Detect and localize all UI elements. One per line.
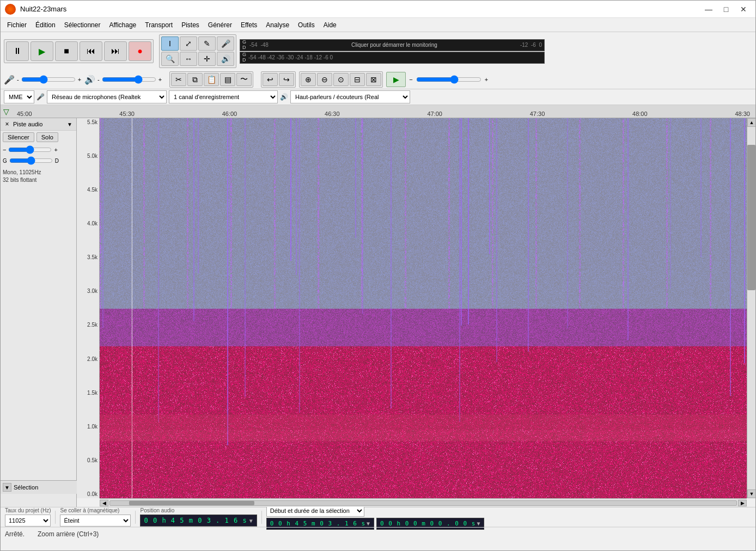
copy-button[interactable]: ⧉ [187,73,203,86]
timeline-arrow[interactable]: ▽ [1,105,11,118]
zoom-sel-button[interactable]: ⊙ [333,73,349,86]
speaker-vol-minus: - [97,76,100,83]
menu-generer[interactable]: Générer [204,19,236,31]
mic-device-select[interactable]: Réseau de microphones (Realtek [47,90,167,103]
time-mark-1: 45:00 [17,111,32,118]
paste-button[interactable]: 📋 [204,73,219,86]
zoom-tools: ⊕ ⊖ ⊙ ⊟ ⊠ [299,71,383,88]
skip-back-button[interactable]: ⏮ [80,41,102,61]
v-scroll-down-button[interactable]: ▼ [747,489,755,498]
mic-volume-slider[interactable] [21,76,76,83]
pause-button[interactable]: ⏸ [6,41,29,61]
cut-button[interactable]: ✂ [171,73,186,86]
snap-select[interactable]: Éteint [60,515,131,526]
meter-top[interactable]: G D -54 -48 Cliquer pour démarrer le mon… [240,39,545,51]
sel-start-dropdown-icon[interactable]: ▼ [367,521,370,526]
skip-back-icon: ⏮ [87,46,95,56]
meter-section: G D -54 -48 Cliquer pour démarrer le mon… [240,39,545,64]
skip-fwd-button[interactable]: ⏭ [104,41,127,61]
record-tool-button[interactable]: 🎤 [217,36,234,51]
zoom-sel-icon: ⊙ [338,75,344,84]
freq-45k: 4.5k [77,187,99,193]
freq-40k: 4.0k [77,221,99,226]
speaker-device-select[interactable]: Haut-parleurs / écouteurs (Real [290,90,410,103]
menu-outils[interactable]: Outils [294,19,319,31]
vol-plus: + [54,146,57,153]
redo-button[interactable]: ↪ [279,73,294,86]
audio-pos-dropdown-icon[interactable]: ▼ [249,518,253,524]
menu-edition[interactable]: Édition [31,19,60,31]
zoom-fit-icon: ⊟ [354,75,361,84]
track-volume-slider[interactable] [8,146,52,154]
cut-icon: ✂ [175,75,182,84]
track-name: Piste audio [13,121,64,127]
zoom-tool-button[interactable]: 🔍 [161,52,179,66]
freq-55k: 5.5k [77,119,99,125]
undo-icon: ↩ [267,75,273,84]
h-scrollbar-thumb[interactable] [129,501,254,505]
multitrack-tool-button[interactable]: ⤢ [180,36,197,51]
mic-icon: 🎤 [221,39,230,48]
menu-fichier[interactable]: Fichier [3,19,31,31]
track-close-button[interactable]: × [3,120,11,128]
minimize-button[interactable]: — [701,4,716,15]
audio-pos-value: 0 0 h 4 5 m 0 3 . 1 6 s [144,517,247,524]
volume-row: − + [3,146,74,154]
speaker-volume-slider[interactable] [102,76,156,83]
meter-bottom[interactable]: G D -54 -48 -42 -36 -30 -24 -18 -12 -6 0 [240,52,545,64]
mic-vol-icon: 🎤 [4,75,15,85]
menu-affichage[interactable]: Affichage [105,19,141,31]
close-button[interactable]: ✕ [736,4,751,15]
select-tool-button[interactable]: I [161,36,179,51]
sel-duration-dropdown-icon[interactable]: ▼ [477,521,480,526]
project-rate-select[interactable]: 11025 44100 48000 [5,515,51,526]
mute-button[interactable]: Silencer [3,132,34,142]
silence-button[interactable]: ▤ [220,73,235,86]
v-scroll-up-button[interactable]: ▲ [747,118,755,127]
play-button[interactable]: ▶ [31,41,53,61]
v-scrollbar-thumb[interactable] [747,145,755,290]
toolbar-row2: 🎤 - + 🔊 - + ✂ ⧉ 📋 ▤ 〜 ↩ ↪ ⊕ ⊖ [1,70,755,89]
project-rate-section: Taux du projet (Hz) 11025 44100 48000 [5,507,51,526]
audio-position-display[interactable]: 0 0 h 4 5 m 0 3 . 1 6 s ▼ [140,515,257,526]
stop-button[interactable]: ■ [55,41,78,61]
zoom-in-button[interactable]: ⊕ [301,73,316,86]
track-dropdown-button[interactable]: ▼ [65,120,74,128]
channels-select[interactable]: 1 canal d'enregistrement [169,90,278,103]
selection-label-bottom: Sélection [14,484,38,491]
menu-selectionner[interactable]: Sélectionner [60,19,105,31]
track-collapse-button[interactable]: ▼ [3,483,11,492]
track-pan-slider[interactable] [9,157,53,164]
time-mark-6: 47:30 [530,111,545,118]
menu-effets[interactable]: Effets [236,19,261,31]
undo-button[interactable]: ↩ [263,73,278,86]
track-info-line1: Mono, 11025Hz [3,169,74,176]
cross-tool-button[interactable]: ✛ [198,52,216,66]
zoom-full-button[interactable]: ⊠ [366,73,381,86]
solo-button[interactable]: Solo [36,132,58,142]
menu-transport[interactable]: Transport [141,19,177,31]
record-button[interactable]: ● [129,41,151,61]
vol-minus: − [3,146,6,153]
api-select[interactable]: MME [4,90,34,103]
h-scroll-left-button[interactable]: ◀ [100,500,108,506]
bottom-status: Arrêté. Zoom arrière (Ctrl+3) [1,527,755,540]
speaker-section: 🔊 - + [84,75,162,85]
env-button[interactable]: 〜 [236,73,252,86]
vertical-scrollbar[interactable]: ▲ ▼ [747,118,755,498]
play-at-pos-button[interactable]: ▶ [386,72,406,87]
scroll-tool-button[interactable]: ↔ [180,52,197,66]
menu-aide[interactable]: Aide [319,19,341,31]
menu-analyse[interactable]: Analyse [261,19,294,31]
zoom-fit-button[interactable]: ⊟ [350,73,365,86]
speaker-tool-button[interactable]: 🔊 [217,52,234,66]
menu-pistes[interactable]: Pistes [177,19,204,31]
playback-volume-slider[interactable] [416,76,481,83]
sel-duration-value: 0 0 h 0 0 m 0 0 . 0 0 s [380,520,475,527]
maximize-button[interactable]: □ [718,4,734,15]
zoom-out-button[interactable]: ⊖ [317,73,332,86]
zoom-icon: 🔍 [166,54,175,63]
h-scroll-right-button[interactable]: ▶ [738,500,747,506]
draw-tool-button[interactable]: ✎ [198,36,216,51]
spectrogram-canvas[interactable] [100,118,747,498]
